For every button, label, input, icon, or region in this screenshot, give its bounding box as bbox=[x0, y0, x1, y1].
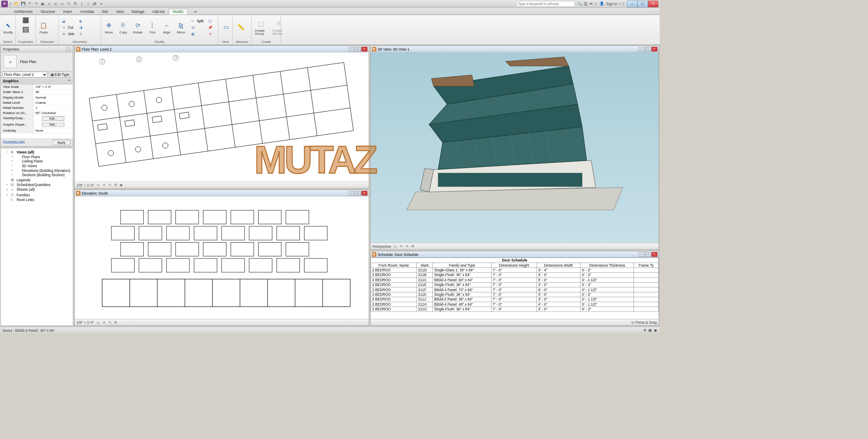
tree-item[interactable]: ⎘Revit Links bbox=[2, 198, 71, 202]
close-icon[interactable]: ✕ bbox=[362, 47, 368, 51]
vs-icon[interactable]: ✎ bbox=[108, 320, 112, 325]
expand-icon[interactable]: + bbox=[12, 159, 15, 163]
column-header[interactable]: Dimensions Thickness bbox=[581, 263, 634, 268]
qat-icon[interactable]: ✎ bbox=[66, 1, 72, 7]
redo-icon[interactable]: ↷ bbox=[33, 1, 39, 7]
tree-item[interactable]: +凸Families bbox=[2, 192, 71, 198]
cell[interactable]: 3' - 0" bbox=[536, 283, 580, 287]
cell[interactable]: 3' - 0" bbox=[536, 307, 580, 312]
undo-icon[interactable]: ↶ bbox=[27, 1, 33, 7]
tab-view[interactable]: View bbox=[112, 9, 127, 15]
cell[interactable] bbox=[634, 283, 659, 287]
cell[interactable]: 3' - 4" bbox=[536, 268, 580, 272]
panel-close-icon[interactable]: ▢ bbox=[66, 47, 71, 51]
property-value[interactable]: 1/8" = 1'-0" bbox=[33, 84, 72, 89]
cell[interactable] bbox=[634, 292, 659, 297]
tree-item[interactable]: +Ceiling Plans bbox=[2, 159, 71, 164]
cell[interactable]: Single-Glass 1: 36" x 84" bbox=[433, 268, 491, 272]
edit-button[interactable]: Edit... bbox=[42, 116, 64, 121]
status-icon[interactable]: ▦ bbox=[648, 328, 652, 332]
open-icon[interactable]: 📂 bbox=[14, 1, 20, 7]
minimize-icon[interactable]: — bbox=[639, 47, 645, 51]
key-icon[interactable]: ⚿ bbox=[584, 2, 588, 6]
cell[interactable]: Bifold-2 Panel: 36" x 84" bbox=[433, 297, 491, 302]
apply-button[interactable]: Apply bbox=[52, 140, 71, 145]
delete-button[interactable]: ✕ bbox=[206, 31, 214, 37]
cell[interactable]: 3' - 0" bbox=[536, 273, 580, 277]
expand-icon[interactable]: + bbox=[12, 169, 15, 172]
cell[interactable]: 2 BEDROO bbox=[371, 307, 416, 312]
vs-icon[interactable]: ◉ bbox=[120, 183, 123, 187]
property-value[interactable]: Coarse bbox=[33, 100, 72, 105]
property-row[interactable]: Graphic Displa...Edit... bbox=[1, 122, 72, 128]
expand-icon[interactable]: + bbox=[12, 173, 15, 177]
expand-icon[interactable]: + bbox=[12, 155, 15, 159]
property-value[interactable]: Edit... bbox=[33, 122, 72, 128]
cell[interactable]: 5' - 0" bbox=[536, 277, 580, 282]
create-similar-button[interactable]: ⎘Create Similar bbox=[271, 18, 287, 36]
tab-addins[interactable]: Add-Ins bbox=[148, 9, 169, 15]
cell[interactable]: 0' - 2" bbox=[581, 307, 634, 312]
cell[interactable]: 211K bbox=[417, 292, 433, 297]
rotate-button[interactable]: ⟳Rotate bbox=[131, 20, 145, 35]
tab-manage[interactable]: Manage bbox=[128, 9, 148, 15]
vs-icon[interactable]: ▭ bbox=[96, 320, 100, 325]
property-value[interactable]: Edit... bbox=[33, 116, 72, 122]
cell[interactable]: 3' - 0" bbox=[536, 297, 580, 302]
vs-icon[interactable]: ⚙ bbox=[411, 244, 415, 248]
table-row[interactable]: 2 BEDROO211ESingle-Flush: 36" x 84"7' - … bbox=[371, 283, 658, 287]
properties-help-link[interactable]: Properties help bbox=[3, 140, 25, 145]
tab-structure[interactable]: Structure bbox=[37, 9, 59, 15]
cell[interactable]: Bifold-4 Panel: 48" x 84" bbox=[433, 302, 491, 307]
instance-selector[interactable]: Floor Plan: Level 2 bbox=[2, 72, 47, 78]
column-header[interactable]: Mark bbox=[417, 263, 433, 268]
cell[interactable]: 0' - 2" bbox=[581, 283, 634, 287]
cell[interactable]: 2 BEDROO bbox=[371, 302, 416, 307]
save-icon[interactable]: 💾 bbox=[20, 1, 26, 7]
tree-item[interactable]: ▦Legends bbox=[2, 177, 71, 182]
column-header[interactable]: Frame Ty bbox=[634, 263, 659, 268]
cut-button[interactable]: ✂Cut bbox=[60, 24, 76, 30]
status-icon[interactable]: ◉ bbox=[654, 328, 657, 332]
column-header[interactable]: Dimensions Height bbox=[491, 263, 537, 268]
cell[interactable]: 0' - 2" bbox=[581, 268, 634, 272]
tree-item[interactable]: +▤Schedules/Quantities bbox=[2, 182, 71, 187]
property-row[interactable]: Visibility/Grap...Edit... bbox=[1, 116, 72, 122]
column-header[interactable]: Family and Type bbox=[433, 263, 491, 268]
cell[interactable]: 6' - 0" bbox=[536, 287, 580, 292]
vs-icon[interactable]: ▭ bbox=[394, 244, 397, 248]
binoculars-icon[interactable]: 🔍 bbox=[577, 2, 582, 6]
cell[interactable] bbox=[634, 307, 659, 312]
property-row[interactable]: Detail LevelCoarse bbox=[1, 100, 72, 105]
cell[interactable]: 211F bbox=[417, 287, 433, 292]
cell[interactable]: 211C bbox=[417, 277, 433, 282]
table-row[interactable]: 2 BEDROO211GSingle-Flush: 36" x 84"7' - … bbox=[371, 307, 658, 312]
cell[interactable]: 2 BEDROO bbox=[371, 292, 416, 297]
maximize-icon[interactable]: ☐ bbox=[355, 191, 361, 195]
search-input[interactable] bbox=[516, 1, 575, 7]
vs-icon[interactable]: ✎ bbox=[108, 183, 112, 187]
cell[interactable]: Bifold-4 Panel: 72" x 84" bbox=[433, 287, 491, 292]
property-value[interactable]: Normal bbox=[33, 95, 72, 99]
vs-icon[interactable]: ⚙ bbox=[114, 183, 118, 187]
column-header[interactable]: Dimensions Width bbox=[536, 263, 580, 268]
cell[interactable]: Single-Flush: 36" x 84" bbox=[433, 307, 491, 312]
cell[interactable]: 0' - 2" bbox=[581, 273, 634, 277]
3d-canvas[interactable] bbox=[371, 52, 659, 243]
cell[interactable]: 2 BEDROO bbox=[371, 268, 416, 272]
app-icon[interactable]: R bbox=[1, 0, 8, 7]
cell[interactable]: 211B bbox=[417, 273, 433, 277]
cell[interactable]: 2 BEDROO bbox=[371, 297, 416, 302]
cell[interactable]: 7' - 0" bbox=[491, 283, 537, 287]
cell[interactable]: Bifold-4 Panel: 60" x 84" bbox=[433, 277, 491, 282]
minimize-icon[interactable]: — bbox=[639, 252, 645, 257]
move-button[interactable]: ✥Move bbox=[102, 20, 115, 35]
cell[interactable] bbox=[634, 302, 659, 307]
qat-icon[interactable]: ≡ bbox=[46, 1, 52, 7]
qat-icon[interactable]: ▭ bbox=[59, 1, 65, 7]
cell[interactable] bbox=[634, 277, 659, 282]
property-value[interactable]: 1 bbox=[33, 105, 72, 110]
vs-icon[interactable]: ✎ bbox=[406, 244, 409, 248]
collapse-icon[interactable]: ⌃ bbox=[68, 79, 71, 84]
tree-item[interactable]: +Sections (Building Section) bbox=[2, 173, 71, 177]
